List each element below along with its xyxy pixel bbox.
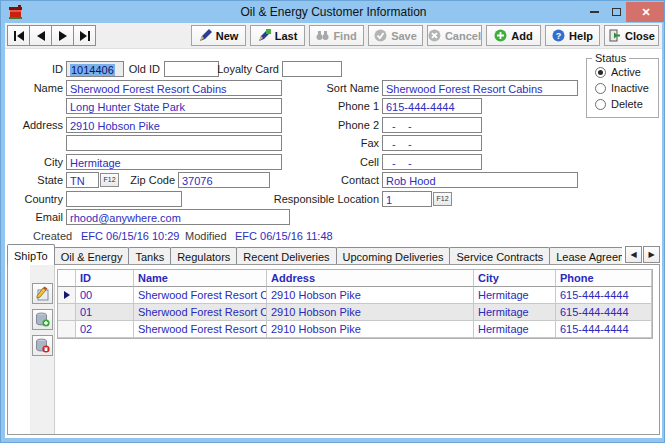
edit-record-button[interactable] <box>32 283 53 304</box>
grid-header-address[interactable]: Address <box>267 270 474 287</box>
toolbar: New Last Find Save Cancel Add ? Help Clo <box>5 23 662 49</box>
country-label: Country <box>5 192 63 206</box>
phone1-field[interactable]: 615-444-4444 <box>382 98 482 114</box>
nav-last-button[interactable] <box>73 25 96 46</box>
cell-id[interactable]: 02 <box>76 321 134 338</box>
row-selector[interactable] <box>58 304 76 321</box>
close-window-button[interactable]: ✕ <box>626 2 665 22</box>
row-selector[interactable] <box>58 321 76 338</box>
fax-field[interactable]: - - <box>382 135 482 151</box>
tab-oil-energy[interactable]: Oil & Energy <box>54 247 130 265</box>
cell-phone[interactable]: 615-444-4444 <box>556 321 652 338</box>
radio-delete-icon <box>595 99 606 110</box>
nav-first-button[interactable] <box>7 25 30 46</box>
cell-label: Cell <box>325 155 379 169</box>
status-legend: Status <box>592 52 629 64</box>
status-delete-label: Delete <box>611 98 643 110</box>
cell-address[interactable]: 2910 Hobson Pike <box>267 321 474 338</box>
loyalty-card-field[interactable] <box>282 61 342 77</box>
address2-field[interactable] <box>66 135 282 151</box>
state-field[interactable]: TN <box>66 172 99 188</box>
scroll-right-icon: ▶ <box>648 250 654 259</box>
last-button-label: Last <box>275 30 298 42</box>
cell-phone[interactable]: 615-444-4444 <box>556 287 652 304</box>
delete-record-button[interactable] <box>32 335 53 356</box>
save-button[interactable]: Save <box>368 25 423 46</box>
database-delete-icon <box>35 338 50 353</box>
cell-address[interactable]: 2910 Hobson Pike <box>267 287 474 304</box>
tab-regulators[interactable]: Regulators <box>170 247 237 265</box>
record-nav-group <box>7 25 96 46</box>
database-add-icon <box>35 312 50 327</box>
tab-scroll-left-button[interactable]: ◀ <box>625 246 642 263</box>
email-field[interactable]: rhood@anywhere.com <box>66 209 290 225</box>
grid-header-phone[interactable]: Phone <box>556 270 652 287</box>
grid-header-selector <box>58 270 76 287</box>
nav-next-button[interactable] <box>51 25 74 46</box>
responsible-location-lookup-button[interactable]: F12 <box>433 192 452 206</box>
cell-field[interactable]: - - <box>382 154 482 170</box>
created-value: EFC 06/15/16 10:29 <box>81 229 191 243</box>
find-button[interactable]: Find <box>309 25 364 46</box>
table-row[interactable]: 00 Sherwood Forest Resort Cabins 2910 Ho… <box>58 287 652 304</box>
cell-name[interactable]: Sherwood Forest Resort Cabins <box>134 304 267 321</box>
contact-field[interactable]: Rob Hood <box>382 172 578 188</box>
new-button[interactable]: New <box>191 25 246 46</box>
tab-upcoming-deliveries[interactable]: Upcoming Deliveries <box>336 247 451 265</box>
add-button[interactable]: Add <box>486 25 541 46</box>
cell-id[interactable]: 01 <box>76 304 134 321</box>
close-button[interactable]: Close <box>604 25 659 46</box>
status-option-delete[interactable]: Delete <box>595 98 643 110</box>
fax-label: Fax <box>325 136 379 150</box>
add-record-button[interactable] <box>32 309 53 330</box>
cell-name[interactable]: Sherwood Forest Resort Cabins <box>134 287 267 304</box>
id-selected-text: 1014406 <box>70 64 115 76</box>
table-row[interactable]: 02 Sherwood Forest Resort Cabins 2910 Ho… <box>58 321 652 338</box>
tab-recent-deliveries[interactable]: Recent Deliveries <box>236 247 336 265</box>
nav-previous-button[interactable] <box>29 25 52 46</box>
grid-header-name[interactable]: Name <box>134 270 267 287</box>
phone2-field[interactable]: - - <box>382 117 482 133</box>
tab-scroll-right-button[interactable]: ▶ <box>643 246 660 263</box>
city-field[interactable]: Hermitage <box>66 154 282 170</box>
cell-city[interactable]: Hermitage <box>474 304 556 321</box>
name-field[interactable]: Sherwood Forest Resort Cabins <box>66 80 282 96</box>
status-option-active[interactable]: Active <box>595 66 641 78</box>
grid-header-city[interactable]: City <box>474 270 556 287</box>
cell-city[interactable]: Hermitage <box>474 287 556 304</box>
cell-id[interactable]: 00 <box>76 287 134 304</box>
table-row[interactable]: 01 Sherwood Forest Resort Cabins 2910 Ho… <box>58 304 652 321</box>
cell-city[interactable]: Hermitage <box>474 321 556 338</box>
cell-name[interactable]: Sherwood Forest Resort Cabins <box>134 321 267 338</box>
last-button[interactable]: Last <box>250 25 305 46</box>
cell-address[interactable]: 2910 Hobson Pike <box>267 304 474 321</box>
tab-scroll-group: ◀ ▶ <box>624 246 660 263</box>
previous-record-icon <box>36 31 46 41</box>
tab-service-contracts[interactable]: Service Contracts <box>449 247 550 265</box>
row-selector-current[interactable] <box>58 287 76 304</box>
zip-field[interactable]: 37076 <box>178 172 270 188</box>
next-record-icon <box>58 31 68 41</box>
country-field[interactable] <box>66 191 182 207</box>
tab-tanks[interactable]: Tanks <box>128 247 171 265</box>
state-lookup-button[interactable]: F12 <box>100 173 119 187</box>
find-binoculars-icon <box>316 30 329 41</box>
cell-phone[interactable]: 615-444-4444 <box>556 304 652 321</box>
name2-field[interactable]: Long Hunter State Park <box>66 98 282 114</box>
save-check-icon <box>374 29 387 42</box>
help-button[interactable]: ? Help <box>545 25 600 46</box>
contact-label: Contact <box>325 173 379 187</box>
responsible-location-field[interactable]: 1 <box>382 191 432 207</box>
old-id-field[interactable] <box>164 61 219 77</box>
minimize-button[interactable] <box>590 1 604 23</box>
cancel-button[interactable]: Cancel <box>427 25 482 46</box>
maximize-button[interactable] <box>612 1 626 23</box>
tab-lease-agreements[interactable]: Lease Agreements <box>549 247 622 265</box>
id-field[interactable]: 1014406 <box>66 61 124 77</box>
grid-header-id[interactable]: ID <box>76 270 134 287</box>
sort-name-field[interactable]: Sherwood Forest Resort Cabins <box>382 80 578 96</box>
status-option-inactive[interactable]: Inactive <box>595 82 649 94</box>
tab-shipto[interactable]: ShipTo <box>7 244 55 265</box>
address-field[interactable]: 2910 Hobson Pike <box>66 117 282 133</box>
status-active-label: Active <box>611 66 641 78</box>
